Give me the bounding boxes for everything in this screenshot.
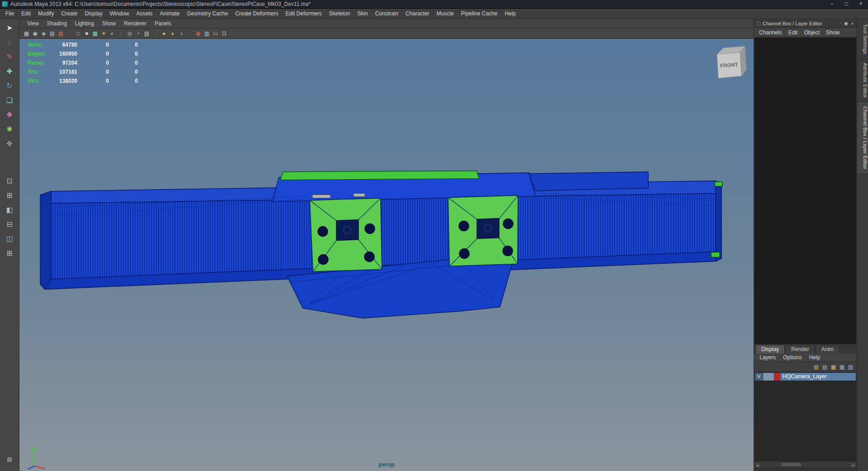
multisample-icon[interactable]: ▨	[142, 29, 151, 38]
menu-item[interactable]: Geometry Cache	[184, 9, 232, 18]
channel-box-menu-item[interactable]: Object	[801, 29, 823, 37]
tab-render[interactable]: Render	[785, 345, 815, 353]
paint-select-tool-icon[interactable]: ✎	[3, 51, 16, 63]
scroll-track[interactable]	[761, 462, 850, 467]
layer-playback-toggle[interactable]	[763, 373, 774, 381]
scroll-thumb[interactable]	[781, 462, 802, 467]
split-panel-icon[interactable]: ◑	[849, 21, 855, 26]
motion-blur-icon[interactable]: ◔	[134, 29, 142, 38]
shadows-icon[interactable]: ◐	[108, 29, 117, 38]
tab-attribute-editor[interactable]: Attribute Editor	[857, 59, 868, 103]
soft-modification-tool-icon[interactable]: ✱	[3, 123, 16, 136]
menu-item[interactable]: Character	[402, 9, 433, 18]
tab-display[interactable]: Display	[755, 345, 785, 353]
menu-item[interactable]: Muscle	[433, 9, 458, 18]
wireframe-mode-icon[interactable]: □	[74, 29, 82, 38]
model-stereopi-case[interactable]	[40, 171, 722, 319]
layout-single-pane-icon[interactable]: ⊡	[3, 175, 16, 187]
empty-layer-icon[interactable]: ▦	[829, 363, 838, 371]
panel-menu-item[interactable]: Show	[98, 19, 120, 28]
menu-item[interactable]: Pipeline Cache	[458, 9, 501, 18]
image-plane-icon[interactable]: ▧	[57, 29, 65, 38]
viewport-persp[interactable]: FRONT y Verts:	[19, 39, 754, 471]
default-material-icon[interactable]: ●	[160, 29, 168, 38]
layer-visibility-toggle[interactable]: V	[755, 373, 763, 381]
viewport-canvas[interactable]: FRONT y	[19, 39, 754, 471]
textured-material-icon[interactable]: ◕	[168, 29, 177, 38]
move-tool-icon[interactable]: ✚	[3, 65, 16, 78]
menu-item[interactable]: Display	[81, 9, 106, 18]
layer-color-swatch[interactable]	[774, 373, 780, 381]
resolution-gate-icon[interactable]: ⊡	[220, 29, 228, 38]
menu-item[interactable]: Create Deformers	[231, 9, 282, 18]
isolate-select-icon[interactable]: ▣	[194, 29, 203, 38]
shaded-mode-icon[interactable]: ■	[82, 29, 91, 38]
lighting-icon[interactable]: ☀	[99, 29, 108, 38]
layout-persp-outliner-icon[interactable]: ◧	[3, 204, 16, 216]
toolbar-divider[interactable]: |	[117, 29, 125, 38]
menu-item[interactable]: Create	[57, 9, 81, 18]
panel-menu-item[interactable]: Renderer	[120, 19, 151, 28]
tab-tool-settings[interactable]: Tool Settings	[857, 20, 868, 59]
menu-item[interactable]: Skeleton	[326, 9, 354, 18]
sort-layers-icon[interactable]: ▤	[812, 363, 821, 371]
channel-box-menu-item[interactable]: Edit	[785, 29, 801, 37]
layer-editor-menu-item[interactable]: Help	[805, 354, 824, 361]
pin-panel-icon[interactable]: ◦	[837, 21, 843, 26]
channel-box-menu-item[interactable]: Channels	[756, 29, 785, 37]
collapse-panel-icon[interactable]: ◉	[843, 21, 849, 26]
channel-box-menu-item[interactable]: Show	[823, 29, 843, 37]
rotate-tool-icon[interactable]: ↻	[3, 80, 16, 92]
panel-menu-item[interactable]: Lighting	[71, 19, 98, 28]
camera-attributes-icon[interactable]: ◈	[39, 29, 48, 38]
menu-item[interactable]: Edit Deformers	[282, 9, 326, 18]
maximize-button[interactable]: □	[839, 0, 854, 8]
layer-name[interactable]: HQCamera_Layer	[780, 373, 856, 381]
ambient-occlusion-icon[interactable]: ◎	[125, 29, 134, 38]
layout-persp-graph-icon[interactable]: ◫	[3, 233, 16, 245]
panel-menu-item[interactable]: Shading	[43, 19, 71, 28]
select-tool-icon[interactable]: ➤	[3, 22, 16, 34]
scroll-right-button[interactable]: ▸	[850, 462, 857, 468]
xray-mode-icon[interactable]: ▥	[203, 29, 211, 38]
toolbar-divider[interactable]: |	[151, 29, 160, 38]
new-layer-from-selected-icon[interactable]: ▧	[846, 363, 855, 371]
select-camera-icon[interactable]: ▦	[22, 29, 31, 38]
menu-item[interactable]: Modify	[34, 9, 57, 18]
toolbar-divider[interactable]: |	[185, 29, 194, 38]
menu-item[interactable]: Skin	[354, 9, 371, 18]
lasso-select-tool-icon[interactable]: ◌	[3, 36, 16, 49]
toolbox-resize-icon[interactable]: ▤	[3, 453, 16, 466]
scroll-left-button[interactable]: ◂	[754, 462, 761, 468]
toolbar-divider[interactable]: |	[65, 29, 74, 38]
universal-manipulator-icon[interactable]: ❖	[3, 109, 16, 121]
panel-menu-item[interactable]: Panels	[151, 19, 175, 28]
menu-item[interactable]: Animate	[156, 9, 183, 18]
tab-channel-box-layer-editor[interactable]: Channel Box / Layer Editor	[857, 102, 868, 174]
minimize-button[interactable]: –	[825, 0, 839, 8]
textured-mode-icon[interactable]: ▩	[91, 29, 99, 38]
layer-editor-menu-item[interactable]: Options	[779, 354, 805, 361]
panel-menu-item[interactable]: View	[23, 19, 43, 28]
material-override-icon[interactable]: ◑	[177, 29, 185, 38]
layout-four-pane-icon[interactable]: ⊞	[3, 189, 16, 202]
show-manipulator-tool-icon[interactable]: ✥	[3, 138, 16, 150]
panel-grip-icon[interactable]	[757, 22, 760, 25]
layer-editor-menu-item[interactable]: Layers	[756, 354, 779, 361]
layer-stack-icon[interactable]: ▤	[821, 363, 829, 371]
scale-tool-icon[interactable]: ❏	[3, 94, 16, 107]
bookmarks-icon[interactable]: ▤	[48, 29, 57, 38]
layer-editor-h-scrollbar[interactable]: ◂ ▸	[754, 461, 857, 467]
tab-anim[interactable]: Anim	[816, 345, 840, 353]
new-layer-icon[interactable]: ▦	[838, 363, 846, 371]
view-cube[interactable]: FRONT	[717, 46, 746, 78]
menu-item[interactable]: Assets	[132, 9, 156, 18]
layer-row[interactable]: V HQCamera_Layer	[755, 373, 856, 381]
layout-split-horizontal-icon[interactable]: ⊟	[3, 218, 16, 231]
film-gate-icon[interactable]: ▭	[211, 29, 220, 38]
menu-item[interactable]: Help	[501, 9, 519, 18]
menu-item[interactable]: Constrain	[372, 9, 402, 18]
close-button[interactable]: ×	[854, 0, 868, 8]
lock-camera-icon[interactable]: ◉	[31, 29, 39, 38]
menu-item[interactable]: File	[2, 9, 18, 18]
